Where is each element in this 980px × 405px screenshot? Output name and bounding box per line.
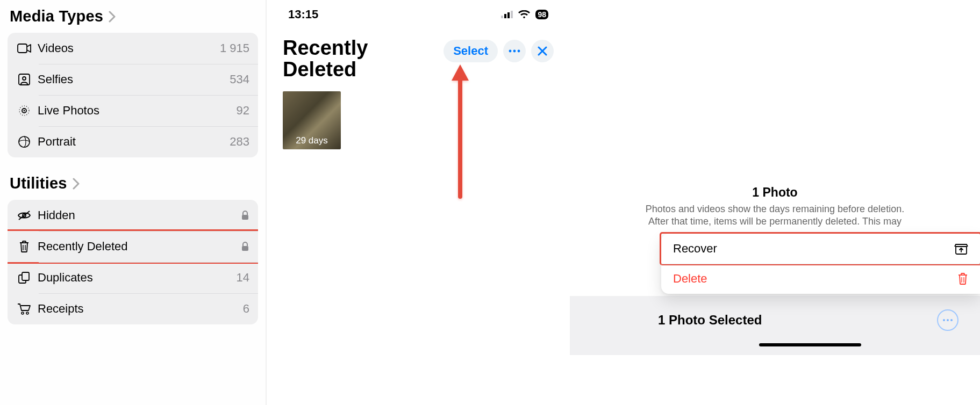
aperture-icon	[16, 135, 32, 148]
close-button[interactable]	[531, 40, 554, 62]
utilities-list: Hidden Recently Deleted Duplicates	[8, 200, 258, 324]
info-sub-line: Photos and videos show the days remainin…	[570, 203, 980, 215]
ellipsis-icon	[942, 319, 953, 322]
status-bar: 13:15 98	[267, 0, 570, 21]
row-label: Videos	[38, 41, 220, 55]
list-row-hidden[interactable]: Hidden	[8, 200, 258, 231]
list-row-selfies[interactable]: Selfies 534	[8, 64, 258, 95]
sidebar-albums: Media Types Videos 1 915 Selfies 534	[0, 0, 267, 405]
delete-button[interactable]: Delete	[661, 264, 980, 294]
svg-point-2	[23, 77, 26, 80]
lock-icon	[241, 241, 249, 252]
media-types-label: Media Types	[10, 8, 103, 25]
wifi-icon	[518, 10, 530, 19]
svg-rect-0	[18, 44, 27, 53]
photo-thumbnail[interactable]: 29 days	[283, 91, 341, 149]
svg-point-22	[513, 50, 516, 53]
row-label: Live Photos	[38, 104, 237, 118]
row-count: 534	[230, 73, 249, 86]
info-sub-line: After that time, items will be permanent…	[570, 215, 980, 228]
chevron-right-icon	[109, 11, 116, 23]
status-time: 13:15	[288, 8, 318, 21]
row-label: Selfies	[38, 73, 230, 86]
annotation-arrow	[455, 64, 466, 199]
list-row-videos[interactable]: Videos 1 915	[8, 33, 258, 64]
video-icon	[16, 44, 32, 53]
action-sheet-screen: 1 Photo Photos and videos show the days …	[570, 0, 980, 405]
lock-icon	[241, 210, 249, 221]
svg-rect-17	[501, 16, 503, 18]
info-text: 1 Photo Photos and videos show the days …	[570, 185, 980, 228]
row-label: Duplicates	[38, 271, 237, 285]
svg-point-21	[509, 50, 512, 53]
list-row-live-photos[interactable]: Live Photos 92	[8, 95, 258, 126]
list-row-duplicates[interactable]: Duplicates 14	[8, 262, 258, 293]
select-button[interactable]: Select	[443, 40, 498, 62]
svg-point-26	[950, 319, 953, 321]
cart-icon	[16, 303, 32, 315]
svg-point-6	[19, 136, 30, 147]
home-indicator	[759, 343, 861, 346]
svg-point-23	[518, 50, 520, 53]
row-count: 283	[230, 135, 249, 149]
chevron-right-icon	[73, 178, 80, 190]
list-row-portrait[interactable]: Portrait 283	[8, 126, 258, 157]
row-count: 92	[237, 104, 249, 118]
row-label: Portrait	[38, 135, 230, 149]
row-label: Receipts	[38, 302, 243, 316]
cellular-icon	[501, 11, 513, 18]
svg-rect-1	[19, 74, 30, 85]
row-count: 6	[243, 302, 249, 316]
media-types-list: Videos 1 915 Selfies 534 Live Photos 92	[8, 33, 258, 157]
delete-label: Delete	[673, 272, 707, 286]
row-count: 1 915	[220, 41, 249, 55]
trash-icon	[16, 240, 32, 253]
svg-rect-9	[242, 215, 248, 220]
selection-count: 1 Photo Selected	[658, 313, 762, 328]
duplicates-icon	[16, 272, 32, 284]
page-title: Recently Deleted	[283, 38, 368, 81]
svg-rect-20	[511, 11, 513, 18]
svg-point-15	[22, 312, 24, 314]
svg-rect-14	[22, 272, 29, 280]
media-types-header[interactable]: Media Types	[10, 8, 258, 25]
row-label: Recently Deleted	[38, 240, 241, 254]
svg-rect-18	[504, 14, 506, 18]
recently-deleted-screen: 13:15 98 Recently Deleted Select	[267, 0, 570, 405]
list-row-receipts[interactable]: Receipts 6	[8, 293, 258, 324]
eye-slash-icon	[16, 210, 32, 221]
svg-rect-12	[242, 246, 248, 251]
svg-point-5	[24, 110, 25, 112]
person-square-icon	[16, 74, 32, 85]
toolbar-bottom: 1 Photo Selected	[570, 296, 980, 355]
live-photo-icon	[16, 104, 32, 117]
svg-point-24	[943, 319, 945, 321]
utilities-header[interactable]: Utilities	[10, 175, 258, 192]
more-button[interactable]	[503, 40, 526, 62]
days-remaining: 29 days	[296, 135, 328, 146]
action-sheet: Recover Delete	[661, 234, 980, 294]
close-icon	[538, 46, 547, 56]
trash-icon	[957, 272, 968, 285]
recover-label: Recover	[673, 242, 717, 256]
svg-point-16	[26, 312, 28, 314]
battery-icon: 98	[535, 10, 548, 19]
row-count: 14	[237, 271, 249, 285]
more-button-bottom[interactable]	[937, 309, 958, 331]
info-title: 1 Photo	[570, 185, 980, 200]
recover-icon	[954, 243, 968, 255]
ellipsis-icon	[509, 49, 520, 53]
svg-rect-19	[507, 12, 510, 18]
svg-line-8	[19, 211, 30, 220]
svg-point-25	[947, 319, 949, 321]
recover-button[interactable]: Recover	[661, 234, 980, 264]
row-label: Hidden	[38, 208, 241, 222]
utilities-label: Utilities	[10, 175, 67, 192]
list-row-recently-deleted[interactable]: Recently Deleted	[8, 231, 258, 262]
